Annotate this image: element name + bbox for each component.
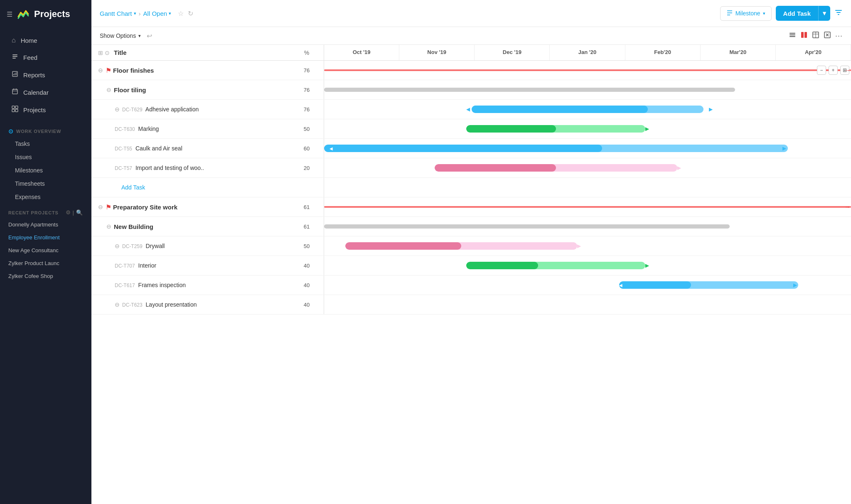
bar-minus-btn[interactable]: − bbox=[817, 66, 826, 75]
recent-projects-section: RECENT PROJECTS ⚙ | 🔍 bbox=[0, 204, 91, 218]
bar-arrow-right-import: ▶ bbox=[677, 165, 681, 171]
interior-cell: DC-T707 Interior 40 bbox=[91, 256, 324, 275]
floor-finishes-bar-cell: − + ⊞ → bbox=[324, 61, 851, 80]
sidebar-item-home[interactable]: ⌂ Home bbox=[3, 32, 88, 48]
month-nov19: Nov '19 bbox=[399, 45, 475, 60]
hamburger-icon[interactable]: ☰ bbox=[7, 10, 12, 18]
expand-layout[interactable]: ⊖ bbox=[115, 301, 120, 308]
new-building-percent: 61 bbox=[296, 224, 317, 230]
col-percent: % bbox=[296, 49, 317, 56]
caulk-bar-cell: ◀ ▶ bbox=[324, 139, 851, 158]
frames-bar-cell: ◀ ▶ bbox=[324, 275, 851, 295]
svg-rect-14 bbox=[15, 109, 18, 112]
adhesive-task-id: DC-T629 bbox=[122, 107, 143, 113]
layout-percent: 40 bbox=[296, 302, 317, 308]
view-icon-2[interactable] bbox=[800, 31, 808, 40]
marking-task-id: DC-T630 bbox=[115, 126, 135, 132]
undo-button[interactable]: ↩ bbox=[147, 32, 152, 40]
filter-list-icon[interactable]: ⚙ bbox=[66, 209, 71, 216]
bar-arrow-left-frames: ◀ bbox=[619, 283, 622, 288]
svg-rect-21 bbox=[801, 32, 804, 38]
view-icon-4[interactable] bbox=[824, 31, 831, 40]
filter-icon[interactable] bbox=[834, 8, 843, 19]
sidebar-item-tasks[interactable]: Tasks bbox=[0, 137, 91, 150]
add-task-button[interactable]: Add Task ▾ bbox=[776, 6, 830, 21]
svg-rect-2 bbox=[12, 58, 16, 59]
marking-title: DC-T630 Marking bbox=[115, 125, 296, 132]
view-icon-3[interactable] bbox=[812, 31, 819, 40]
floor-tiling-cell: ⊖ Floor tiling 76 bbox=[91, 80, 324, 99]
svg-rect-20 bbox=[790, 36, 795, 37]
add-task-row: Add Task bbox=[91, 178, 851, 197]
layout-title: DC-T623 Layout presentation bbox=[122, 301, 296, 308]
view-icon-1[interactable] bbox=[789, 31, 796, 40]
recent-project-donnelly[interactable]: Donnelly Apartments bbox=[0, 218, 91, 231]
import-task-id: DC-T57 bbox=[115, 165, 132, 171]
bar-arrow-right-adhesive: ▶ bbox=[709, 106, 713, 112]
recent-project-new-age[interactable]: New Age Consultanc bbox=[0, 244, 91, 257]
sidebar-item-reports[interactable]: Reports bbox=[3, 66, 88, 83]
breadcrumb-gantt[interactable]: Gantt Chart ▾ bbox=[100, 10, 136, 17]
sidebar-item-milestones[interactable]: Milestones bbox=[0, 164, 91, 177]
recent-project-employee-enrollment[interactable]: Employee Enrollment bbox=[0, 231, 91, 244]
bar-arrow-right-caulk: ▶ bbox=[782, 145, 786, 151]
add-task-cell: Add Task bbox=[91, 178, 324, 197]
more-options-icon[interactable]: ··· bbox=[835, 32, 843, 40]
topbar-right: Milestone ▾ Add Task ▾ bbox=[720, 6, 843, 21]
add-task-chart-cell bbox=[324, 178, 851, 197]
refresh-icon[interactable]: ↻ bbox=[188, 10, 193, 17]
bar-plus-btn[interactable]: + bbox=[829, 66, 838, 75]
recent-project-zylker-launch[interactable]: Zylker Product Launc bbox=[0, 257, 91, 270]
sidebar-item-issues[interactable]: Issues bbox=[0, 150, 91, 164]
expand-floor-tiling[interactable]: ⊖ bbox=[106, 86, 111, 93]
sidebar-item-calendar[interactable]: Calendar bbox=[3, 84, 88, 101]
expand-new-building[interactable]: ⊖ bbox=[106, 223, 111, 230]
expand-prep-site[interactable]: ⊖ bbox=[98, 204, 103, 210]
gantt-timeline-header: Oct '19 Nov '19 Dec '19 Jan '20 Feb'20 M… bbox=[324, 45, 851, 60]
svg-rect-19 bbox=[790, 34, 795, 35]
expand-adhesive[interactable]: ⊖ bbox=[115, 106, 120, 113]
bar-arrow-left-import: ◀ bbox=[435, 166, 438, 170]
adhesive-cell: ⊖ DC-T629 Adhesive application 76 bbox=[91, 100, 324, 119]
add-task-link[interactable]: Add Task bbox=[115, 184, 152, 191]
caulk-title: DC-T55 Caulk and Air seal bbox=[115, 145, 296, 152]
sidebar-item-expenses[interactable]: Expenses bbox=[0, 190, 91, 204]
prep-flag-icon: ⚑ bbox=[106, 203, 111, 211]
reports-icon bbox=[12, 71, 18, 79]
marking-bar-cell: ▶ bbox=[324, 119, 851, 138]
interior-bar-cell: ▶ bbox=[324, 256, 851, 275]
breadcrumb-all-open[interactable]: All Open ▾ bbox=[143, 10, 172, 17]
col-icons: ⊞ ⊙ bbox=[98, 49, 110, 56]
topbar-icons: ☆ ↻ bbox=[178, 10, 193, 17]
import-percent: 20 bbox=[296, 165, 317, 171]
main-content: Gantt Chart ▾ › All Open ▾ ☆ ↻ bbox=[91, 0, 851, 504]
drywall-title: DC-T259 Drywall bbox=[122, 243, 296, 249]
search-icon[interactable]: 🔍 bbox=[76, 209, 83, 216]
recent-project-zylker-coffee[interactable]: Zylker Cofee Shop bbox=[0, 270, 91, 283]
breadcrumb-all-open-chevron: ▾ bbox=[169, 11, 171, 16]
sidebar-item-timesheets[interactable]: Timesheets bbox=[0, 177, 91, 190]
interior-title: DC-T707 Interior bbox=[115, 262, 296, 269]
logo-icon bbox=[17, 7, 30, 21]
breadcrumb-all-open-label: All Open bbox=[143, 10, 167, 17]
milestone-button[interactable]: Milestone ▾ bbox=[720, 6, 772, 21]
expand-floor-finishes[interactable]: ⊖ bbox=[98, 67, 103, 74]
gantt-left-header: ⊞ ⊙ Title % bbox=[91, 45, 324, 60]
milestone-label: Milestone bbox=[735, 10, 760, 17]
sidebar-item-feed[interactable]: Feed bbox=[3, 49, 88, 66]
svg-rect-1 bbox=[12, 56, 17, 57]
floor-finishes-cell: ⊖ ⚑ Floor finishes 76 bbox=[91, 61, 324, 80]
layout-task-id: DC-T623 bbox=[122, 302, 143, 308]
breadcrumb: Gantt Chart ▾ › All Open ▾ bbox=[100, 10, 171, 17]
add-task-arrow-icon[interactable]: ▾ bbox=[818, 6, 830, 21]
add-task-label: Add Task bbox=[776, 6, 818, 21]
expand-drywall[interactable]: ⊖ bbox=[115, 243, 120, 249]
show-options-button[interactable]: Show Options ▾ bbox=[100, 32, 141, 39]
star-icon[interactable]: ☆ bbox=[178, 10, 184, 17]
col-expand-icon[interactable]: ⊞ bbox=[98, 49, 103, 56]
bar-arrow-right-drywall: ▶ bbox=[577, 243, 581, 249]
sidebar-item-projects[interactable]: Projects bbox=[3, 101, 88, 118]
breadcrumb-gantt-label: Gantt Chart bbox=[100, 10, 132, 17]
col-sort-icon[interactable]: ⊙ bbox=[105, 49, 110, 56]
sidebar-item-feed-label: Feed bbox=[23, 54, 37, 61]
